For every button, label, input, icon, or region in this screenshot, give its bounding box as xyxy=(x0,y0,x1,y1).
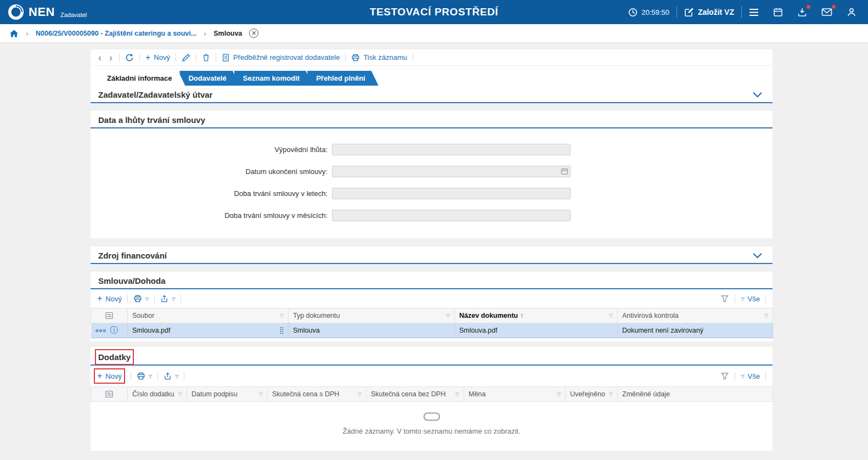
column-header-soubor[interactable]: Soubor▽ xyxy=(128,308,289,323)
tab-dodavatele[interactable]: Dodavatelé xyxy=(179,71,239,86)
divider xyxy=(127,295,128,303)
column-header-nazev-dokumentu[interactable]: Název dokumentu↑▽ xyxy=(455,308,618,323)
divider xyxy=(176,53,176,61)
calendar-button[interactable] xyxy=(766,0,790,24)
brand[interactable]: NEN Zadavatel xyxy=(8,4,87,20)
hamburger-menu-icon xyxy=(749,8,759,16)
doba-v-mesicich-field[interactable] xyxy=(332,210,571,221)
amendments-empty-state: Žádné záznamy. V tomto seznamu nemáme co… xyxy=(91,402,773,451)
column-header-typ-dokumentu[interactable]: Typ dokumentu▽ xyxy=(289,308,455,323)
expand-section-button[interactable] xyxy=(752,253,763,259)
print-record-button[interactable]: Tisk záznamu xyxy=(351,53,407,62)
expand-section-button[interactable] xyxy=(752,92,763,98)
contract-new-button[interactable]: + Nový xyxy=(97,294,122,303)
section-amendments-title: Dodatky xyxy=(98,352,131,362)
amendments-view-all-dropdown[interactable]: ▽ Vše xyxy=(741,372,760,380)
contract-new-label: Nový xyxy=(105,295,122,303)
delete-record-button[interactable] xyxy=(202,53,210,62)
printer-icon xyxy=(351,53,360,62)
amendments-print-button[interactable]: ▽ xyxy=(137,372,152,380)
column-header-mena[interactable]: Měna▽ xyxy=(464,387,566,402)
datum-ukonceni-field[interactable] xyxy=(332,166,571,177)
column-filter-icon[interactable]: ▽ xyxy=(178,391,182,397)
amendments-export-button[interactable]: ▽ xyxy=(164,372,178,380)
filter-funnel-icon[interactable] xyxy=(720,372,729,380)
calendar-icon[interactable] xyxy=(561,167,568,175)
column-filter-icon[interactable]: ▽ xyxy=(446,313,450,318)
amendments-table-filters: ▽ Vše xyxy=(720,372,766,380)
column-settings-header[interactable] xyxy=(91,308,128,323)
contract-table-row[interactable]: ⓘ Smlouva.pdf xyxy=(91,323,773,338)
create-vz-button[interactable]: Založit VZ xyxy=(677,0,741,24)
divider xyxy=(139,53,140,61)
column-filter-icon[interactable]: ▽ xyxy=(557,391,561,397)
doba-v-letech-field[interactable] xyxy=(332,188,571,199)
contract-view-all-dropdown[interactable]: ▽ Vše xyxy=(741,295,760,303)
column-header-cislo-dodatku[interactable]: Číslo dodatku▽ xyxy=(128,387,187,402)
record-header-card: ‹ › + Nový xyxy=(91,49,773,103)
top-bar: NEN Zadavatel TESTOVACÍ PROSTŘEDÍ 20:59:… xyxy=(0,0,868,24)
column-header-cena-bez-dph[interactable]: Skutečná cena bez DPH▽ xyxy=(367,387,464,402)
record-toolbar: ‹ › + Nový xyxy=(91,49,773,66)
breadcrumb-record-link[interactable]: N006/25/V00005090 - Zajištění cateringu … xyxy=(36,30,196,37)
filter-funnel-icon[interactable] xyxy=(720,294,729,303)
close-record-icon[interactable]: ✕ xyxy=(249,29,258,38)
new-record-label: Nový xyxy=(154,53,170,61)
plus-icon: + xyxy=(97,294,102,303)
form-row: Doba trvání smlouvy v měsících: xyxy=(91,204,773,226)
create-vz-label: Založit VZ xyxy=(698,8,734,16)
column-header-zmenene-udaje[interactable]: Změněné údaje xyxy=(618,387,773,402)
column-header-datum-podpisu[interactable]: Datum podpisu▽ xyxy=(187,387,268,402)
divider xyxy=(119,53,120,61)
refresh-button[interactable] xyxy=(125,53,134,62)
column-filter-icon[interactable]: ▽ xyxy=(609,391,613,397)
new-record-button[interactable]: + Nový xyxy=(145,53,170,62)
column-settings-icon xyxy=(105,390,114,399)
drag-handle-icon[interactable] xyxy=(280,327,284,334)
column-settings-header[interactable] xyxy=(91,387,128,402)
row-menu-icon[interactable] xyxy=(95,329,106,333)
nen-logo-icon xyxy=(8,4,24,20)
main-menu-button[interactable] xyxy=(742,0,766,24)
divider xyxy=(735,295,735,303)
profile-button[interactable] xyxy=(839,0,864,24)
field-label-doba-v-mesicich: Doba trvání smlouvy v měsících: xyxy=(91,211,332,220)
downloads-button[interactable] xyxy=(790,0,814,24)
divider xyxy=(184,372,184,380)
contract-print-button[interactable]: ▽ xyxy=(133,294,149,303)
nav-next-button[interactable]: › xyxy=(108,53,114,63)
tab-seznam-komodit[interactable]: Seznam komodit xyxy=(234,71,313,86)
column-filter-icon[interactable]: ▽ xyxy=(280,313,284,318)
column-header-uverejneno[interactable]: Uveřejněno▽ xyxy=(566,387,618,402)
column-filter-icon[interactable]: ▽ xyxy=(259,391,263,397)
dates-card: Data a lhůty trvání smlouvy Výpovědní lh… xyxy=(91,111,773,238)
tab-zakladni-informace[interactable]: Základní informace xyxy=(98,71,185,86)
tab-prehled-plneni[interactable]: Přehled plnění xyxy=(307,71,379,86)
dates-form: Výpovědní lhůta: Datum ukončení smlouvy: xyxy=(91,128,773,238)
plus-icon: + xyxy=(97,372,102,380)
column-header-antivirova-kontrola[interactable]: Antivirová kontrola▽ xyxy=(618,308,773,323)
form-row: Výpovědní lhůta: xyxy=(91,138,773,160)
row-info-icon[interactable]: ⓘ xyxy=(110,326,118,335)
divider xyxy=(196,53,196,61)
vypovedni-lhuta-field[interactable] xyxy=(332,144,571,155)
amendments-new-button[interactable]: + Nový xyxy=(97,372,122,380)
preregister-supplier-button[interactable]: Předběžně registrovat dodavatele xyxy=(222,53,340,62)
column-filter-icon[interactable]: ▽ xyxy=(764,313,768,318)
server-time: 20:59:50 xyxy=(621,0,677,24)
column-filter-icon[interactable]: ▽ xyxy=(609,313,613,318)
divider xyxy=(216,53,216,61)
messages-button[interactable] xyxy=(814,0,839,24)
home-icon[interactable] xyxy=(9,29,19,38)
section-funding-header[interactable]: Zdroj financování xyxy=(91,246,773,264)
column-header-cena-s-dph[interactable]: Skutečná cena s DPH▽ xyxy=(268,387,367,402)
column-filter-icon[interactable]: ▽ xyxy=(358,391,362,397)
server-time-value: 20:59:50 xyxy=(641,8,669,16)
divider xyxy=(154,295,155,303)
edit-record-button[interactable] xyxy=(182,53,190,62)
column-filter-icon[interactable]: ▽ xyxy=(455,391,459,397)
nav-prev-button[interactable]: ‹ xyxy=(97,53,103,63)
print-record-label: Tisk záznamu xyxy=(363,53,407,61)
contract-export-button[interactable]: ▽ xyxy=(160,294,175,303)
section-contracting-header[interactable]: Zadavatel/Zadavatelský útvar xyxy=(91,86,773,103)
